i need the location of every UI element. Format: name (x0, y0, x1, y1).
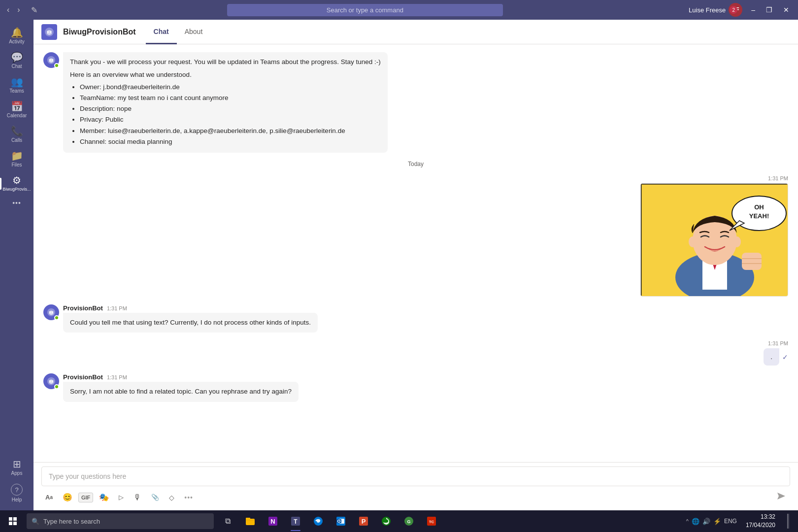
sidebar-item-calendar[interactable]: 📅 Calendar (0, 98, 33, 122)
bot-avatar-2 (43, 304, 59, 320)
svg-text:OH: OH (754, 203, 764, 211)
svg-text:T: T (294, 518, 298, 525)
taskbar-systray: ^ 🌐 🔊 ⚡ ENG (682, 510, 741, 532)
send-button[interactable] (772, 489, 790, 505)
user-name-label: Luise Freese (689, 6, 726, 14)
files-icon: 📁 (11, 151, 23, 161)
svg-rect-28 (13, 517, 17, 521)
user-message-wrapper: 1:31 PM . ✓ (764, 340, 788, 366)
taskbar: 🔍 Type here to search ⧉ N T (0, 510, 798, 532)
titlebar-left: ‹ › ✎ (4, 3, 41, 17)
show-desktop-button[interactable] (780, 510, 796, 532)
audio-button[interactable]: 🎙 (130, 490, 145, 505)
taskbar-app-powerpoint[interactable]: P (353, 510, 374, 532)
bullet-6: Channel: social media planning (80, 137, 381, 147)
bot-status-dot-2 (54, 315, 59, 320)
format-button[interactable]: Aa (41, 491, 57, 504)
svg-rect-30 (13, 522, 17, 525)
attach-button[interactable]: 📎 (147, 491, 163, 504)
back-button[interactable]: ‹ (4, 3, 12, 16)
content-area: BiwugProvisionBot Chat About (33, 20, 798, 510)
chat-messages[interactable]: Thank you - we will process your request… (33, 44, 798, 462)
taskbar-app-onenote[interactable]: N (262, 510, 284, 532)
svg-text:TC: TC (429, 520, 434, 524)
compose-button[interactable]: ✎ (27, 3, 41, 17)
meet-button[interactable]: ▷ (115, 491, 128, 504)
biwug-icon: ⚙ (12, 175, 21, 185)
taskbar-clock[interactable]: 13:32 17/04/2020 (742, 513, 779, 530)
user-message-bubble-1: . (764, 348, 779, 366)
taskbar-app-file-explorer[interactable] (239, 510, 261, 532)
taskbar-app-teams[interactable]: T (285, 510, 306, 532)
svg-text:N: N (270, 518, 275, 525)
svg-point-5 (52, 60, 53, 61)
start-button[interactable] (2, 510, 24, 532)
close-button[interactable]: ✕ (778, 4, 794, 16)
chat-header: BiwugProvisionBot Chat About (33, 20, 798, 44)
sidebar-item-calls[interactable]: 📞 Calls (0, 122, 33, 147)
apps-icon: ⊞ (13, 459, 21, 469)
sidebar-item-more[interactable]: ••• (0, 196, 33, 210)
taskbar-app-outlook[interactable]: O (330, 510, 352, 532)
message-text-3: Sorry, I am not able to find a related t… (70, 388, 292, 395)
giphy-button[interactable]: GIF (78, 493, 93, 502)
expand-systray-button[interactable]: ^ (686, 518, 689, 524)
network-icon: 🌐 (692, 518, 699, 525)
forward-button[interactable]: › (14, 3, 23, 16)
chat-title: BiwugProvisionBot (63, 28, 136, 36)
sidebar-item-help[interactable]: ? Help (0, 480, 33, 506)
sidebar-label-biwug: BiwugProvis... (2, 187, 31, 192)
tab-chat[interactable]: Chat (146, 20, 177, 44)
svg-text:P: P (362, 518, 366, 525)
sidebar-item-biwug[interactable]: ⚙ BiwugProvis... (0, 171, 33, 196)
more-toolbar-button[interactable]: ••• (180, 492, 197, 503)
sidebar-item-activity[interactable]: 🔔 Activity (0, 24, 33, 48)
message-row-bot2: ProvisionBot 1:31 PM Could you tell me t… (43, 304, 788, 332)
minimize-button[interactable]: – (746, 4, 760, 16)
svg-rect-32 (246, 518, 250, 520)
chat-tabs: Chat About (146, 20, 211, 44)
message-row-bot1: Thank you - we will process your request… (43, 52, 788, 153)
command-search-input[interactable] (227, 4, 503, 16)
taskbar-app-greenshot[interactable]: G (398, 510, 420, 532)
bot-avatar-3 (43, 373, 59, 389)
svg-text:G: G (407, 519, 410, 524)
message-text-2: Could you tell me that using text? Curre… (70, 319, 311, 326)
titlebar-right: Luise Freese LF 2 – ❐ ✕ (689, 3, 794, 17)
svg-text:YEAH!: YEAH! (749, 212, 769, 220)
chat-input[interactable] (41, 466, 790, 486)
sidebar-item-chat[interactable]: 💬 Chat (0, 48, 33, 73)
bullet-2: TeamName: my test team no i cant count a… (80, 93, 381, 103)
sidebar-item-files[interactable]: 📁 Files (0, 147, 33, 171)
message-content-3: ProvisionBot 1:31 PM Sorry, I am not abl… (63, 373, 299, 401)
chat-toolbar: Aa 😊 GIF 🎭 ▷ 🎙 📎 ◇ ••• (41, 486, 790, 506)
taskbar-app-totalcmd[interactable]: TC (421, 510, 442, 532)
taskbar-app-edge[interactable] (375, 510, 397, 532)
message-bubble-2: Could you tell me that using text? Curre… (63, 313, 318, 332)
message-time-2: 1:31 PM (107, 305, 127, 311)
user-message-text-1: . (770, 353, 772, 361)
taskbar-app-edge-legacy[interactable] (307, 510, 329, 532)
sidebar: 🔔 Activity 💬 Chat 👥 Teams 📅 Calendar 📞 C… (0, 20, 33, 510)
tab-about[interactable]: About (177, 20, 211, 44)
maximize-button[interactable]: ❐ (761, 4, 777, 16)
bot-icon (41, 24, 57, 40)
loop-button[interactable]: ◇ (165, 491, 178, 504)
battery-icon: ⚡ (713, 518, 721, 525)
taskbar-app-task-view[interactable]: ⧉ (217, 510, 238, 532)
sidebar-item-apps[interactable]: ⊞ Apps (0, 455, 33, 480)
sidebar-item-teams[interactable]: 👥 Teams (0, 73, 33, 98)
sticker-button[interactable]: 🎭 (95, 490, 113, 505)
clock-time: 13:32 (746, 513, 775, 521)
chat-icon: 💬 (11, 52, 23, 62)
message-bubble-1: Thank you - we will process your request… (63, 52, 388, 153)
bot-avatar-1 (43, 52, 59, 68)
taskbar-search-bar[interactable]: 🔍 Type here to search (27, 513, 214, 529)
message-content-2: ProvisionBot 1:31 PM Could you tell me t… (63, 304, 318, 332)
message-group-bot2: ProvisionBot 1:31 PM Could you tell me t… (43, 304, 788, 332)
svg-point-14 (733, 236, 741, 247)
svg-rect-27 (9, 517, 12, 521)
svg-text:O: O (337, 519, 340, 524)
sidebar-label-calls: Calls (11, 137, 22, 143)
emoji-button[interactable]: 😊 (59, 490, 76, 505)
